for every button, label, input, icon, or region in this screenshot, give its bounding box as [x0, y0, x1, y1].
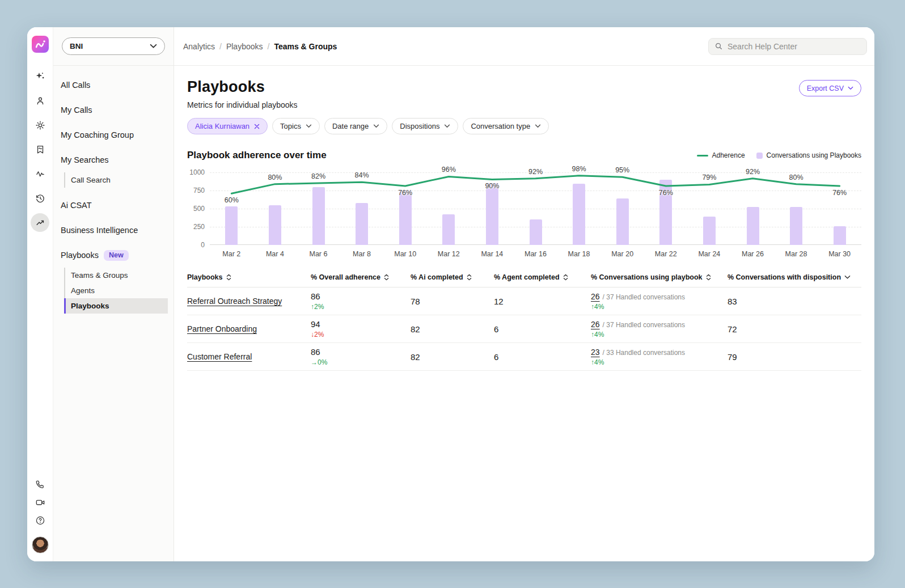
sort-icon: [467, 274, 472, 281]
sub-gap: [53, 314, 174, 319]
filter-dropdown-conversation-type[interactable]: Conversation type: [463, 118, 549, 134]
sidebar-item-label: Business Intelligence: [61, 226, 138, 235]
search-icon: [714, 42, 723, 50]
filter-dropdown-dispositions[interactable]: Dispositions: [392, 118, 458, 134]
rail-item-help[interactable]: [27, 511, 53, 530]
filter-dropdown-label: Dispositions: [400, 122, 439, 130]
column-header-conversations-using-playbook[interactable]: % Conversations using playbook: [591, 273, 728, 281]
legend-adherence: Adherence: [697, 151, 745, 159]
sidebar-subitem-teams-groups[interactable]: Teams & Groups: [65, 268, 168, 283]
overall-adherence-value: 94: [311, 319, 411, 329]
column-header-playbooks[interactable]: Playbooks: [187, 273, 311, 281]
sidebar-item-label: My Coaching Group: [61, 130, 134, 139]
playbook-link[interactable]: Partner Onboarding: [187, 324, 257, 333]
rail-item-business-intelligence[interactable]: [27, 210, 53, 235]
rail-item-profile[interactable]: [27, 88, 53, 113]
sidebar-item-my-searches[interactable]: My Searches: [53, 147, 174, 172]
conversations-using-cell: 26/ 37 Handled conversations↑4%: [591, 292, 728, 311]
chart-x-axis: Mar 2Mar 4Mar 6Mar 8Mar 10Mar 12Mar 14Ma…: [210, 250, 861, 258]
breadcrumb-separator: /: [219, 42, 222, 51]
column-header-conversations-with-disposition[interactable]: % Conversations with disposition: [728, 273, 861, 281]
sidebar-subitem-agents[interactable]: Agents: [65, 283, 168, 298]
with-disposition-value: 79: [728, 352, 861, 362]
column-header-overall-adherence[interactable]: % Overall adherence: [311, 273, 411, 281]
with-disposition-value: 83: [728, 297, 861, 306]
table-row: Customer Referral86→0%82623/ 33 Handled …: [187, 343, 861, 371]
export-csv-button[interactable]: Export CSV: [799, 80, 861, 96]
x-axis-tick: Mar 30: [818, 250, 861, 258]
dialpad-ai-logo-icon[interactable]: [32, 36, 49, 53]
chart-title: Playbook adherence over time: [187, 150, 327, 161]
chevron-down-icon: [535, 124, 541, 128]
filter-dropdown-date-range[interactable]: Date range: [324, 118, 387, 134]
sidebar-item-label: Playbooks: [61, 251, 99, 260]
sidebar-item-playbooks[interactable]: PlaybooksNew: [53, 243, 174, 268]
adherence-point-label: 80%: [789, 174, 803, 181]
rail-item-settings[interactable]: [27, 113, 53, 137]
topbar: Analytics/Playbooks/Teams & Groups: [174, 27, 874, 66]
sidebar: BNI All CallsMy CallsMy Coaching GroupMy…: [53, 27, 174, 561]
chevron-down-icon: [150, 44, 157, 49]
chevron-down-icon: [373, 124, 379, 128]
breadcrumb-item-playbooks[interactable]: Playbooks: [226, 42, 263, 51]
breadcrumb-item-analytics[interactable]: Analytics: [183, 42, 215, 51]
column-header-agent-completed[interactable]: % Agent completed: [494, 273, 591, 281]
conversations-line: 26/ 37 Handled conversations: [591, 292, 728, 301]
overall-adherence-cell: 86↑2%: [311, 291, 411, 311]
activity-icon: [35, 169, 45, 179]
adherence-line: [210, 172, 861, 245]
conversations-count-link[interactable]: 26: [591, 292, 600, 301]
conversations-count-link[interactable]: 26: [591, 320, 600, 329]
agent-completed-value: 12: [494, 297, 591, 306]
filter-bar: Alicia KurniawanTopicsDate rangeDisposit…: [187, 118, 861, 134]
sidebar-subitem-playbooks[interactable]: Playbooks: [65, 298, 168, 314]
search-input[interactable]: [728, 42, 861, 51]
rail-item-activity[interactable]: [27, 162, 53, 186]
playbook-link[interactable]: Referral Outreach Strategy: [187, 297, 282, 306]
column-header-ai-completed[interactable]: % Ai completed: [411, 273, 494, 281]
sidebar-item-my-coaching-group[interactable]: My Coaching Group: [53, 122, 174, 147]
conversations-using-cell: 26/ 37 Handled conversations↑4%: [591, 320, 728, 339]
playbook-cell: Partner Onboarding: [187, 324, 311, 334]
filter-chip-alicia-kurniawan[interactable]: Alicia Kurniawan: [187, 118, 268, 134]
adherence-point-label: 84%: [355, 171, 369, 179]
chart-y-axis: 02505007501000: [187, 172, 210, 245]
filter-dropdown-topics[interactable]: Topics: [272, 118, 320, 134]
agent-completed-value: 6: [494, 324, 591, 334]
sidebar-item-label: My Calls: [61, 105, 92, 115]
x-axis-tick: Mar 14: [471, 250, 514, 258]
user-avatar[interactable]: [32, 536, 49, 553]
help-icon: [35, 515, 45, 526]
sidebar-item-label: All Calls: [61, 81, 90, 90]
sidebar-subitem-call-search[interactable]: Call Search: [65, 172, 168, 188]
playbook-link[interactable]: Customer Referral: [187, 352, 252, 361]
conversations-bar-swatch: [756, 153, 763, 159]
y-axis-tick: 500: [193, 205, 205, 213]
remove-filter-icon[interactable]: [254, 124, 260, 129]
help-search[interactable]: [708, 38, 867, 55]
conversations-count-link[interactable]: 23: [591, 348, 600, 357]
sidebar-item-business-intelligence[interactable]: Business Intelligence: [53, 218, 174, 243]
x-axis-tick: Mar 26: [731, 250, 775, 258]
team-selector-dropdown[interactable]: BNI: [62, 37, 165, 55]
overall-adherence-delta: →0%: [311, 358, 411, 366]
rail-item-ai-sparkles[interactable]: [27, 64, 53, 88]
rail-item-video[interactable]: [27, 493, 53, 511]
main-area: Analytics/Playbooks/Teams & Groups Playb…: [174, 27, 874, 561]
chevron-down-icon: [444, 124, 450, 128]
rail-item-coaching[interactable]: [27, 137, 53, 162]
profile-icon: [35, 96, 45, 106]
adherence-chart: 02505007501000 60%80%82%84%76%96%90%92%9…: [187, 172, 861, 245]
sidebar-item-ai-csat[interactable]: Ai CSAT: [53, 193, 174, 218]
overall-adherence-cell: 86→0%: [311, 347, 411, 366]
rail-item-history[interactable]: [27, 186, 53, 210]
playbooks-table: Playbooks% Overall adherence% Ai complet…: [187, 273, 861, 371]
adherence-point-label: 92%: [528, 168, 543, 176]
breadcrumb-item-teams-groups: Teams & Groups: [274, 42, 337, 51]
rail-item-phone[interactable]: [27, 475, 53, 493]
agent-completed-value: 6: [494, 352, 591, 362]
sidebar-item-all-calls[interactable]: All Calls: [53, 73, 174, 98]
adherence-point-label: 76%: [398, 189, 412, 197]
conversations-delta: ↑4%: [591, 303, 728, 311]
sidebar-item-my-calls[interactable]: My Calls: [53, 98, 174, 122]
